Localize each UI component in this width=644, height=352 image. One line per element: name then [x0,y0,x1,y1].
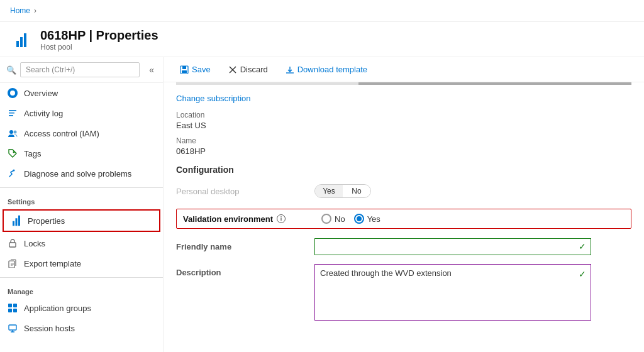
personal-desktop-label: Personal desktop [176,187,314,196]
personal-desktop-control[interactable]: Yes No [314,184,631,198]
search-input[interactable] [20,62,140,77]
main-content: Save Discard Download template Change su… [164,57,644,352]
svg-point-7 [13,170,15,172]
sidebar-label-diagnose: Diagnose and solve problems [24,169,131,179]
sidebar-label-locks: Locks [24,239,45,248]
svg-rect-14 [9,325,16,330]
properties-icon [11,216,21,226]
personal-desktop-no-option[interactable]: No [343,185,370,197]
svg-rect-2 [9,113,14,114]
download-template-button[interactable]: Download template [282,62,371,77]
locks-icon [8,238,18,248]
svg-rect-8 [9,243,16,247]
sidebar-item-access-control[interactable]: Access control (IAM) [0,123,163,143]
personal-desktop-toggle[interactable]: Yes No [314,184,371,198]
description-textarea-wrapper: Created through the WVD extension ✓ [314,264,591,322]
friendly-name-control: ✓ [314,238,631,255]
validation-environment-label: Validation environment i [183,214,321,224]
validation-yes-radio-fill [357,216,362,221]
friendly-name-label: Friendly name [176,242,314,251]
validation-info-icon[interactable]: i [277,214,286,223]
overview-icon [8,88,18,98]
sidebar-item-tags[interactable]: Tags [0,143,163,163]
search-icon: 🔍 [6,65,16,75]
location-field: Location East US [176,111,631,130]
sidebar-item-session-hosts[interactable]: Session hosts [0,318,163,338]
change-subscription-link[interactable]: Change subscription [176,94,631,103]
sidebar-label-properties: Properties [28,216,65,226]
save-icon [180,65,189,74]
svg-rect-17 [182,70,187,73]
friendly-name-check-icon: ✓ [579,241,586,251]
sidebar-item-overview[interactable]: Overview [0,83,163,103]
sidebar-item-diagnose[interactable]: Diagnose and solve problems [0,163,163,184]
page-header-text: 0618HP | Properties Host pool [40,28,158,52]
validation-radio-group: No Yes [321,214,625,224]
svg-rect-13 [13,309,17,312]
friendly-name-input[interactable] [314,238,591,255]
friendly-name-input-wrapper: ✓ [314,238,591,255]
sidebar-label-access-control: Access control (IAM) [24,129,99,138]
settings-section-label: Settings [0,192,163,208]
description-label: Description [176,264,314,277]
location-label: Location [176,111,631,119]
description-row: Description Created through the WVD exte… [176,264,631,322]
sidebar-search-area: 🔍 « [0,57,163,83]
sidebar-label-tags: Tags [24,149,41,158]
sidebar-item-properties[interactable]: Properties [3,209,160,232]
svg-point-5 [13,131,16,134]
svg-rect-16 [182,66,186,69]
sidebar-label-session-hosts: Session hosts [24,324,75,333]
sidebar-item-application-groups[interactable]: Application groups [0,298,163,318]
access-control-icon [8,128,18,138]
config-section-title: Configuration [176,165,631,175]
discard-button[interactable]: Discard [225,62,272,77]
breadcrumb-home[interactable]: Home [10,6,30,15]
validation-no-radio[interactable] [321,214,331,224]
description-control: Created through the WVD extension ✓ [314,264,631,322]
sidebar-label-activity-log: Activity log [24,109,63,118]
description-check-icon: ✓ [579,269,586,279]
sidebar-label-application-groups: Application groups [24,304,91,313]
sidebar-item-locks[interactable]: Locks [0,233,163,253]
validation-environment-control[interactable]: No Yes [321,214,625,224]
page-header: 0618HP | Properties Host pool [0,22,644,57]
breadcrumb-separator: › [34,6,36,15]
sidebar-item-export-template[interactable]: Export template [0,253,163,273]
collapse-sidebar-button[interactable]: « [147,63,157,76]
location-value: East US [176,121,631,130]
svg-rect-1 [9,110,16,111]
svg-rect-10 [8,304,12,307]
svg-rect-12 [8,309,12,312]
svg-point-4 [9,130,13,134]
tags-icon [8,148,18,158]
download-icon [286,65,294,74]
breadcrumb: Home › [0,0,644,22]
validation-yes-option[interactable]: Yes [354,214,380,224]
sidebar: 🔍 « Overview Activity log [0,57,164,352]
validation-environment-row: Validation environment i No Yes [176,209,631,229]
manage-section-label: Manage [0,282,163,298]
description-textarea[interactable]: Created through the WVD extension [314,264,591,321]
sidebar-label-overview: Overview [24,89,58,98]
sidebar-nav: Overview Activity log Access control (IA… [0,83,163,352]
properties-area: Change subscription Location East US Nam… [164,82,644,352]
name-label: Name [176,136,631,145]
svg-rect-11 [13,304,17,307]
session-hosts-icon [8,323,18,333]
page-subtitle: Host pool [40,43,158,52]
host-pool-icon [10,29,33,52]
export-template-icon [8,258,18,268]
svg-rect-3 [9,115,13,116]
scrollbar-indicator[interactable] [176,82,631,85]
name-field: Name 0618HP [176,136,631,156]
sidebar-item-activity-log[interactable]: Activity log [0,103,163,123]
name-value: 0618HP [176,146,631,156]
save-button[interactable]: Save [176,62,214,77]
personal-desktop-yes-option[interactable]: Yes [315,185,343,197]
application-groups-icon [8,303,18,313]
personal-desktop-row: Personal desktop Yes No [176,181,631,201]
validation-no-option[interactable]: No [321,214,345,224]
validation-yes-radio[interactable] [354,214,364,224]
page-title: 0618HP | Properties [40,28,158,43]
